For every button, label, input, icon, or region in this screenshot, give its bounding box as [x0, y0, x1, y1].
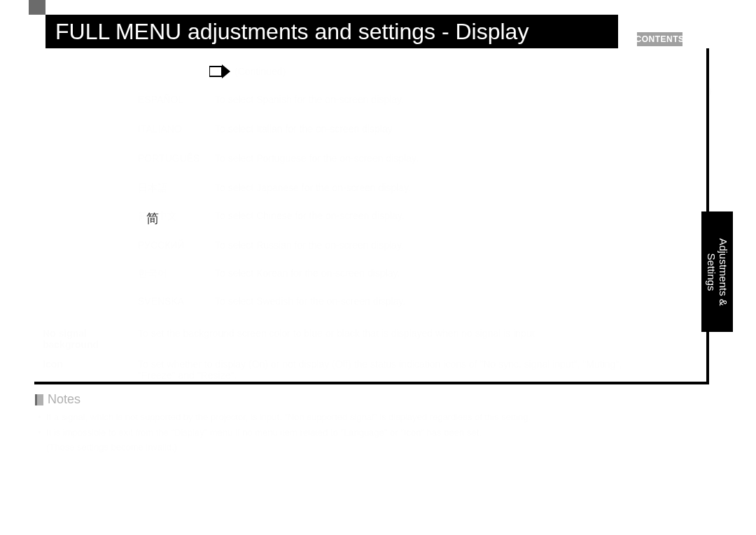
table-row: Icon To set whether to display (On) or n… — [43, 359, 628, 381]
table-row: PORTUGUÊS To select Portuguese for the o… — [43, 153, 607, 164]
page-title: FULL MENU adjustments and settings - Dis… — [55, 19, 528, 45]
table-row: ESPAÑOL To select Spanish for the on-scr… — [43, 94, 607, 105]
item-label: Icon — [43, 359, 138, 370]
selection-value: ESPAÑOL — [138, 94, 215, 105]
display-items-table: No signal background To set the backgrou… — [43, 322, 692, 381]
description: To select Spanish for the on-screen disp… — [215, 94, 607, 105]
description: To select Korean for the on-screen displ… — [215, 268, 607, 279]
description: To select Italian for the on-screen disp… — [215, 123, 607, 134]
description: To set whether to display (On) or not di… — [138, 359, 628, 381]
list-item-continuation: (Those settings become invalid.) — [38, 441, 707, 454]
table-row: РУССКИЙ To select Russian for the on-scr… — [43, 239, 607, 251]
side-tab-line1: Adjustments & — [718, 238, 729, 306]
selection-value: 日本語 — [138, 182, 215, 195]
side-tab-label: Adjustments & Settings — [706, 238, 729, 306]
continued-arrow-icon — [209, 64, 230, 78]
title-bar: FULL MENU adjustments and settings - Dis… — [46, 15, 618, 48]
notes-section: Notes If a signal, which is not supporte… — [35, 392, 707, 457]
table-row: SVENSKA To select Swedish for the on-scr… — [43, 296, 607, 307]
table-row: ITALIANO To select Italian for the on-sc… — [43, 123, 607, 134]
svg-marker-1 — [222, 64, 230, 78]
selection-value: PORTUGUÊS — [138, 153, 215, 164]
description: To set the background screen color to bl… — [138, 328, 628, 339]
description: To select Japanese for the on-screen dis… — [215, 182, 607, 193]
description: To select Portuguese for the on-screen d… — [215, 153, 607, 164]
contents-button[interactable]: CONTENTS — [637, 32, 682, 46]
side-tab-line2: Settings — [706, 238, 718, 306]
selection-value: SVENSKA — [138, 296, 215, 307]
description: To select Chinese for the on-screen disp… — [215, 210, 607, 221]
svg-rect-0 — [209, 67, 222, 76]
table-row: 简体中文 To select Chinese for the on-screen… — [43, 210, 607, 223]
binding-stub — [29, 0, 46, 15]
table-row: No signal background To set the backgrou… — [43, 328, 628, 350]
notes-heading: Notes — [48, 392, 80, 407]
continued-indicator: (Continued) — [209, 64, 286, 78]
selection-value: РУССКИЙ — [138, 239, 215, 251]
language-subtable: ESPAÑOL To select Spanish for the on-scr… — [43, 84, 692, 317]
table-row: 한국어 To select Korean for the on-screen d… — [43, 268, 607, 280]
list-item: It is impossible to exit from the "Displ… — [38, 426, 707, 439]
list-item: If a signal, which is not supported by t… — [38, 411, 707, 424]
chinese-initial-glyph: 简 — [146, 210, 159, 227]
table-row: 日本語 To select Japanese for the on-screen… — [43, 182, 607, 195]
notes-header: Notes — [35, 392, 707, 407]
notes-bullet-icon — [35, 394, 43, 405]
continued-label: (Continued) — [234, 66, 286, 77]
description: To select Swedish for the on-screen disp… — [215, 296, 607, 307]
side-tab-adjustments[interactable]: Adjustments & Settings — [701, 211, 733, 332]
description: To select Russian for the on-screen disp… — [215, 239, 607, 251]
contents-button-label: CONTENTS — [636, 34, 685, 44]
notes-list: If a signal, which is not supported by t… — [35, 411, 707, 454]
selection-value: 한국어 — [138, 268, 215, 280]
selection-value: ITALIANO — [138, 123, 215, 134]
item-label: No signal background — [43, 328, 138, 350]
